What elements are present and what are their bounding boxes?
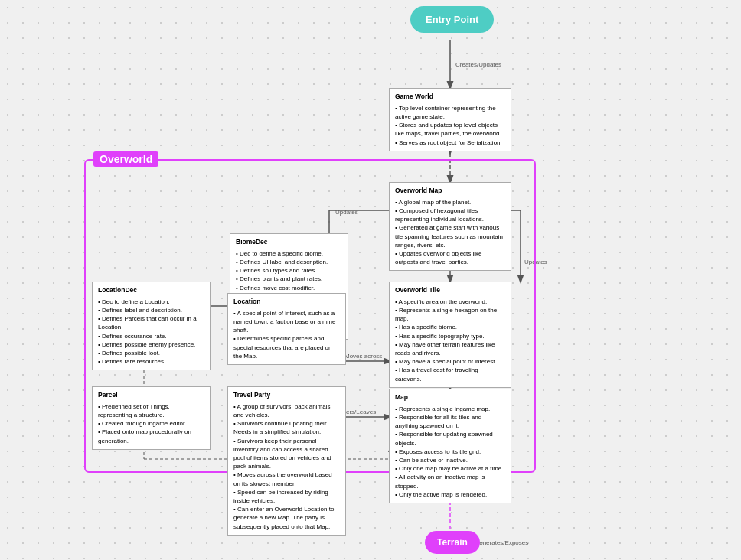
map-bullet-3: Responsible for updating spawned objects… [395, 430, 505, 447]
travel-party-bullet-6: Can enter an Overworld Location to gener… [233, 505, 340, 531]
biome-dec-bullet-5: Defines move cost modifier. [236, 284, 342, 292]
location-dec-bullet-2: Defines label and description. [98, 306, 204, 314]
travel-party-bullets: A group of survivors, pack animals and v… [233, 402, 340, 531]
biome-dec-bullet-4: Defines plants and plant rates. [236, 275, 342, 283]
location-dec-bullet-5: Defines possible enemy presence. [98, 340, 204, 349]
overworld-tile-bullet-5: May have other terrain features like roa… [395, 340, 505, 357]
map-bullet-2: Responsible for all its tiles and anythi… [395, 413, 505, 430]
location-dec-bullet-1: Dec to define a Location. [98, 298, 204, 306]
map-title: Map [395, 393, 505, 402]
parcel-title: Parcel [98, 391, 204, 400]
location-dec-bullet-6: Defines possible loot. [98, 349, 204, 357]
location-node: Location A special point of interest, su… [227, 293, 346, 365]
overworld-tile-bullet-4: Has a specific topography type. [395, 332, 505, 340]
overworld-map-node: Overworld Map A global map of the planet… [389, 182, 511, 271]
overworld-tile-title: Overworld Tile [395, 286, 505, 295]
terrain-node: Terrain [425, 531, 480, 554]
overworld-map-bullets: A global map of the planet. Composed of … [395, 198, 505, 267]
overworld-map-title: Overworld Map [395, 187, 505, 196]
game-world-bullet-3: Serves as root object for Serialization. [395, 138, 505, 147]
location-bullets: A special point of interest, such as a n… [233, 309, 340, 360]
location-dec-bullet-7: Defines rare resources. [98, 357, 204, 366]
overworld-tile-bullet-1: A specific area on the overworld. [395, 298, 505, 306]
overworld-map-bullet-3: Generated at game start with various til… [395, 223, 505, 249]
travel-party-bullet-5: Speed can be increased by riding inside … [233, 488, 340, 505]
travel-party-title: Travel Party [233, 391, 340, 400]
game-world-bullets: Top level container representing the act… [395, 104, 505, 147]
overworld-map-bullet-2: Composed of hexagonal tiles representing… [395, 207, 505, 223]
overworld-tile-bullet-7: Has a travel cost for traveling caravans… [395, 366, 505, 383]
terrain-label: Terrain [437, 537, 468, 548]
map-bullet-7: All activity on an inactive map is stopp… [395, 473, 505, 490]
location-title: Location [233, 298, 340, 307]
location-dec-bullet-3: Defines Parcels that can occur in a Loca… [98, 314, 204, 331]
parcel-bullets: Predefined set of Things, representing a… [98, 402, 204, 445]
map-bullet-8: Only the active map is rendered. [395, 490, 505, 499]
location-dec-title: LocationDec [98, 286, 204, 295]
overworld-map-bullet-4: Updates overworld objects like outposts … [395, 249, 505, 266]
biome-dec-bullet-3: Defines soil types and rates. [236, 266, 342, 275]
parcel-bullet-2: Created through ingame editor. [98, 419, 204, 428]
overworld-tile-node: Overworld Tile A specific area on the ov… [389, 282, 511, 388]
location-bullet-2: Determines specific parcels and special … [233, 334, 340, 360]
overworld-map-bullet-1: A global map of the planet. [395, 198, 505, 207]
location-dec-bullets: Dec to define a Location. Defines label … [98, 298, 204, 366]
travel-party-bullet-4: Moves across the overworld based on its … [233, 470, 340, 487]
parcel-bullet-3: Placed onto map procedurally on generati… [98, 428, 204, 444]
travel-party-node: Travel Party A group of survivors, pack … [227, 386, 346, 536]
location-dec-bullet-4: Defines occurance rate. [98, 332, 204, 340]
biome-dec-bullet-1: Dec to define a specific biome. [236, 249, 342, 258]
overworld-tile-bullet-3: Has a specific biome. [395, 323, 505, 331]
entry-point-label: Entry Point [426, 14, 478, 25]
overworld-tile-bullet-2: Represents a single hexagon on the map. [395, 306, 505, 323]
travel-party-bullet-1: A group of survivors, pack animals and v… [233, 402, 340, 419]
biome-dec-bullet-2: Defines UI label and description. [236, 258, 342, 266]
map-node: Map Represents a single ingame map. Resp… [389, 389, 511, 503]
parcel-node: Parcel Predefined set of Things, represe… [92, 386, 211, 450]
game-world-title: Game World [395, 93, 505, 102]
entry-point-node: Entry Point [410, 6, 494, 33]
map-bullet-6: Only one map may be active at a time. [395, 464, 505, 473]
diagram-container: Creates/Updates Creates/Updates Updates … [0, 0, 741, 560]
overworld-tile-bullet-6: May have a special point of interest. [395, 357, 505, 366]
game-world-node: Game World Top level container represent… [389, 88, 511, 151]
map-bullets: Represents a single ingame map. Responsi… [395, 405, 505, 499]
game-world-bullet-1: Top level container representing the act… [395, 104, 505, 121]
map-bullet-1: Represents a single ingame map. [395, 405, 505, 413]
travel-party-bullet-2: Survivors continue updating their Needs … [233, 419, 340, 436]
travel-party-bullet-3: Survivors keep their personal inventory … [233, 437, 340, 471]
biome-dec-title: BiomeDec [236, 238, 342, 247]
label-creates-updates-1: Creates/Updates [455, 61, 501, 68]
parcel-bullet-1: Predefined set of Things, representing a… [98, 402, 204, 419]
overworld-label: Overworld [93, 151, 158, 167]
game-world-bullet-2: Stores and updates top level objects lik… [395, 121, 505, 138]
label-generates-exposes: Generates/Exposes [475, 539, 528, 546]
location-dec-node: LocationDec Dec to define a Location. De… [92, 282, 211, 370]
map-bullet-4: Exposes access to its tile grid. [395, 448, 505, 456]
map-bullet-5: Can be active or inactive. [395, 456, 505, 464]
location-bullet-1: A special point of interest, such as a n… [233, 309, 340, 335]
overworld-tile-bullets: A specific area on the overworld. Repres… [395, 298, 505, 383]
